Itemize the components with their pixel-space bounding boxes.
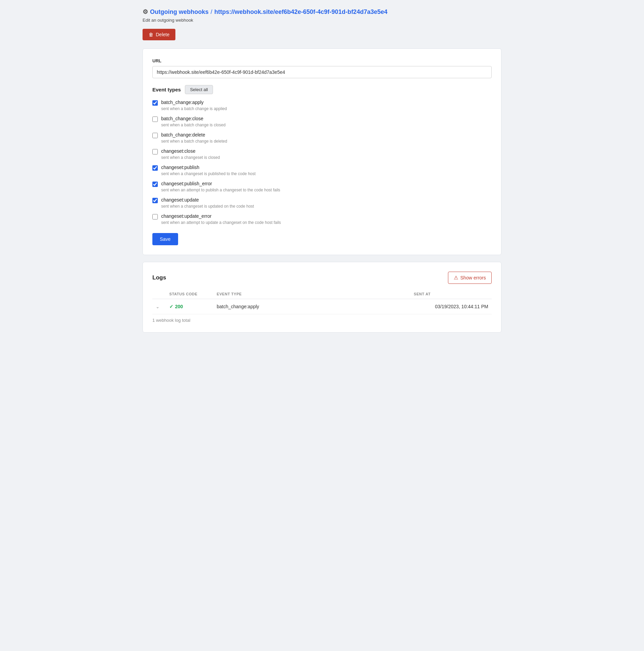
url-label: URL [152, 58, 492, 63]
event-desc: sent when a batch change is applied [161, 106, 492, 111]
show-errors-button[interactable]: ⚠ Show errors [448, 272, 492, 284]
chevron-down-icon: ⌄ [156, 304, 159, 309]
logs-card: Logs ⚠ Show errors Status Code Event Typ… [143, 262, 501, 333]
error-icon: ⚠ [454, 275, 458, 281]
form-card: URL Event types Select all batch_change:… [143, 48, 501, 255]
status-badge: ✓ 200 [169, 304, 210, 309]
logs-table: Status Code Event Type Sent At ⌄ ✓ 200 b… [152, 289, 492, 314]
col-expand [152, 289, 166, 299]
trash-icon: 🗑 [149, 32, 153, 37]
event-desc: sent when a changeset is closed [161, 155, 492, 160]
event-checkbox-changeset:publish_error[interactable] [152, 182, 158, 187]
event-name: changeset:close [161, 148, 195, 154]
save-button[interactable]: Save [152, 233, 178, 245]
event-desc: sent when a changeset is published to th… [161, 171, 492, 176]
event-item: changeset:publish sent when a changeset … [152, 165, 492, 176]
event-item: changeset:update sent when a changeset i… [152, 197, 492, 209]
event-item: changeset:close sent when a changeset is… [152, 148, 492, 160]
expand-cell[interactable]: ⌄ [152, 299, 166, 314]
url-input[interactable] [152, 66, 492, 78]
event-types-title: Event types [152, 87, 181, 92]
sent-at-cell: 03/19/2023, 10:44:11 PM [410, 299, 492, 314]
event-type-cell: batch_change:apply [213, 299, 410, 314]
breadcrumb-current-url: https://webhook.site/eef6b42e-650f-4c9f-… [214, 8, 387, 16]
event-checkbox-changeset:close[interactable] [152, 149, 158, 154]
event-name: batch_change:close [161, 116, 203, 121]
event-name: changeset:update_error [161, 213, 212, 219]
event-checkbox-batch_change:close[interactable] [152, 117, 158, 122]
event-types-header: Event types Select all [152, 85, 492, 94]
event-name: batch_change:delete [161, 132, 205, 138]
logs-header: Logs ⚠ Show errors [152, 272, 492, 284]
check-icon: ✓ [169, 304, 173, 309]
event-desc: sent when a batch change is closed [161, 123, 492, 127]
events-list: batch_change:apply sent when a batch cha… [152, 100, 492, 225]
breadcrumb: ⚙ Outgoing webhooks / https://webhook.si… [143, 8, 501, 16]
event-name: batch_change:apply [161, 100, 203, 105]
event-name: changeset:publish_error [161, 181, 212, 186]
col-event-type: Event Type [213, 289, 410, 299]
event-item: batch_change:delete sent when a batch ch… [152, 132, 492, 144]
event-name: changeset:publish [161, 165, 199, 170]
event-checkbox-changeset:update_error[interactable] [152, 214, 158, 219]
delete-button[interactable]: 🗑 Delete [143, 29, 175, 40]
breadcrumb-outgoing-link[interactable]: Outgoing webhooks [150, 8, 209, 16]
event-checkbox-changeset:publish[interactable] [152, 165, 158, 171]
status-code-cell: ✓ 200 [166, 299, 213, 314]
col-status-code: Status Code [166, 289, 213, 299]
event-checkbox-batch_change:delete[interactable] [152, 133, 158, 138]
logs-footer: 1 webhook log total [152, 318, 492, 323]
breadcrumb-separator: / [211, 8, 212, 16]
select-all-button[interactable]: Select all [185, 85, 213, 94]
event-checkbox-batch_change:apply[interactable] [152, 100, 158, 106]
event-item: batch_change:close sent when a batch cha… [152, 116, 492, 127]
logs-title: Logs [152, 274, 166, 281]
page-subtitle: Edit an outgoing webhook [143, 18, 501, 23]
event-name: changeset:update [161, 197, 199, 203]
webhook-icon: ⚙ [143, 8, 148, 16]
event-desc: sent when an attempt to update a changes… [161, 220, 492, 225]
event-desc: sent when an attempt to publish a change… [161, 188, 492, 192]
col-sent-at: Sent At [410, 289, 492, 299]
event-desc: sent when a changeset is updated on the … [161, 204, 492, 209]
event-desc: sent when a batch change is deleted [161, 139, 492, 144]
event-item: batch_change:apply sent when a batch cha… [152, 100, 492, 111]
table-row: ⌄ ✓ 200 batch_change:apply 03/19/2023, 1… [152, 299, 492, 314]
event-item: changeset:publish_error sent when an att… [152, 181, 492, 192]
event-checkbox-changeset:update[interactable] [152, 198, 158, 203]
event-item: changeset:update_error sent when an atte… [152, 213, 492, 225]
